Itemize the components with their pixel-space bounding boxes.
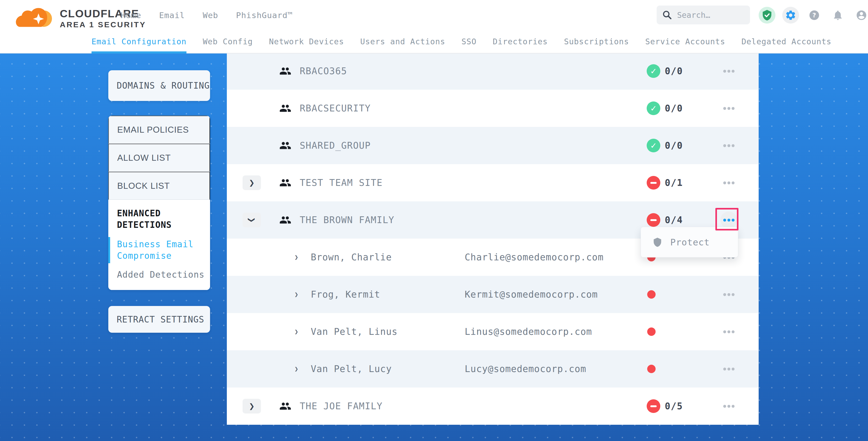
member-email: Linus@somedemocorp.com [465, 313, 592, 350]
context-menu-label: Protect [670, 237, 710, 248]
row-actions-button[interactable] [720, 286, 737, 303]
enhanced-detections-title: ENHANCED DETECTIONS [117, 208, 202, 231]
group-icon [279, 400, 291, 412]
group-name: TEST TEAM SITE [300, 164, 382, 201]
status-ok-icon: ✓ [647, 64, 660, 78]
row-actions-button[interactable] [720, 63, 737, 80]
member-email: Charlie@somedemocorp.com [465, 239, 604, 276]
tab-web-config[interactable]: Web Config [203, 30, 253, 53]
status-ok-icon: ✓ [647, 139, 660, 152]
member-name: Van Pelt, Linus [311, 313, 398, 350]
shield-check-icon[interactable] [758, 7, 775, 24]
chevron-right-icon[interactable]: ❯ [294, 239, 298, 276]
member-email: Kermit@somedemocorp.com [465, 276, 598, 313]
context-menu-item-protect[interactable]: Protect [641, 227, 738, 257]
group-icon [279, 177, 291, 189]
top-nav-link-phishguard[interactable]: PhishGuard™ [236, 10, 293, 20]
policy-items: EMAIL POLICIESALLOW LISTBLOCK LIST [108, 116, 210, 200]
chevron-right-icon: ❯ [249, 179, 255, 186]
minus-icon [650, 182, 657, 184]
help-icon[interactable]: ? [806, 7, 823, 24]
gear-icon[interactable] [782, 7, 799, 24]
chevron-right-icon[interactable]: ❯ [294, 276, 298, 313]
member-row: ❯Van Pelt, LinusLinus@somedemocorp.com [227, 313, 758, 350]
section-tabbar: Email ConfigurationWeb ConfigNetwork Dev… [0, 30, 868, 54]
main-area: DOMAINS & ROUTING EMAIL POLICIESALLOW LI… [0, 54, 868, 441]
tab-network-devices[interactable]: Network Devices [269, 30, 344, 53]
minus-icon [650, 405, 657, 407]
status-blocked-dot [647, 327, 656, 336]
tab-directories[interactable]: Directories [493, 30, 548, 53]
user-avatar-icon[interactable] [853, 7, 868, 24]
check-icon: ✓ [650, 104, 657, 113]
sidebar-item-business-email-compromise[interactable]: Business Email Compromise [117, 239, 202, 262]
expand-button[interactable]: ❯ [243, 176, 261, 190]
sidebar-item-label: ALLOW LIST [109, 153, 171, 163]
top-nav-link-email[interactable]: Email [159, 10, 185, 20]
status-blocked-dot [647, 290, 656, 298]
row-context-menu: Protect [641, 227, 738, 257]
sidebar-card-retract: RETRACT SETTINGS [108, 306, 210, 333]
sidebar-item-label: BLOCK LIST [109, 181, 170, 191]
sidebar-item-retract-settings[interactable]: RETRACT SETTINGS [108, 314, 204, 324]
chevron-down-icon: ❯ [248, 217, 255, 223]
member-row: ❯Frog, KermitKermit@somedemocorp.com [227, 276, 758, 313]
status-ok-icon: ✓ [647, 101, 660, 115]
group-row: ❯TEST TEAM SITE0/1 [227, 164, 758, 201]
top-nav-link-home[interactable]: Home [121, 10, 141, 20]
sidebar-item-domains-routing[interactable]: DOMAINS & ROUTING [108, 81, 210, 91]
status-blocked-icon [647, 176, 660, 190]
row-actions-button[interactable] [720, 175, 737, 191]
tab-service-accounts[interactable]: Service Accounts [645, 30, 725, 53]
sidebar-item-allow-list[interactable]: ALLOW LIST [108, 144, 210, 172]
tab-users-and-actions[interactable]: Users and Actions [360, 30, 445, 53]
bell-icon[interactable] [830, 7, 846, 24]
tab-email-configuration[interactable]: Email Configuration [92, 30, 186, 53]
chevron-right-icon[interactable]: ❯ [294, 350, 298, 387]
row-actions-button[interactable] [720, 323, 737, 340]
group-row: ❯THE JOE FAMILY0/5 [227, 387, 758, 425]
member-name: Brown, Charlie [311, 239, 392, 276]
row-actions-button[interactable] [720, 137, 737, 154]
check-icon: ✓ [650, 141, 657, 150]
protected-count: 0/0 [665, 54, 683, 90]
row-actions-button[interactable] [720, 398, 737, 414]
cloudflare-cloud-icon [15, 2, 57, 28]
search-input[interactable] [677, 10, 743, 20]
group-name: THE BROWN FAMILY [300, 201, 394, 239]
sidebar-card-policies: EMAIL POLICIESALLOW LISTBLOCK LIST ENHAN… [108, 116, 210, 290]
row-actions-button[interactable] [720, 100, 737, 117]
member-row: ❯Van Pelt, LucyLucy@somedemocorp.com [227, 350, 758, 387]
chevron-right-icon[interactable]: ❯ [294, 313, 298, 350]
top-nav-link-web[interactable]: Web [203, 10, 218, 20]
group-name: THE JOE FAMILY [300, 387, 382, 425]
chevron-right-icon: ❯ [249, 403, 255, 410]
group-name: RBACO365 [300, 54, 347, 90]
row-actions-button[interactable] [720, 212, 737, 228]
group-icon [279, 139, 291, 152]
group-icon [279, 214, 291, 226]
sidebar-item-added-detections[interactable]: Added Detections [117, 269, 205, 281]
protected-count: 0/0 [665, 127, 683, 164]
status-blocked-icon [647, 213, 660, 227]
tab-delegated-accounts[interactable]: Delegated Accounts [741, 30, 831, 53]
status-blocked-icon [647, 399, 660, 413]
sidebar-item-block-list[interactable]: BLOCK LIST [108, 172, 210, 200]
group-row: RBACO365✓0/0 [227, 54, 758, 90]
group-name: RBACSECURITY [300, 90, 371, 127]
group-name: SHARED_GROUP [300, 127, 371, 164]
sidebar-item-email-policies[interactable]: EMAIL POLICIES [108, 116, 210, 144]
row-actions-button[interactable] [720, 360, 737, 377]
tab-subscriptions[interactable]: Subscriptions [564, 30, 629, 53]
search-box[interactable] [657, 5, 750, 24]
protected-count: 0/0 [665, 90, 683, 127]
protected-count: 0/5 [665, 387, 683, 425]
collapse-button[interactable]: ❯ [243, 213, 261, 227]
group-icon [279, 102, 291, 114]
header-icon-cluster: ? [758, 0, 868, 30]
expand-button[interactable]: ❯ [243, 399, 261, 413]
sidebar-card-domains: DOMAINS & ROUTING [108, 70, 210, 101]
protected-count: 0/1 [665, 164, 683, 201]
status-blocked-dot [647, 365, 656, 373]
tab-sso[interactable]: SSO [462, 30, 476, 53]
